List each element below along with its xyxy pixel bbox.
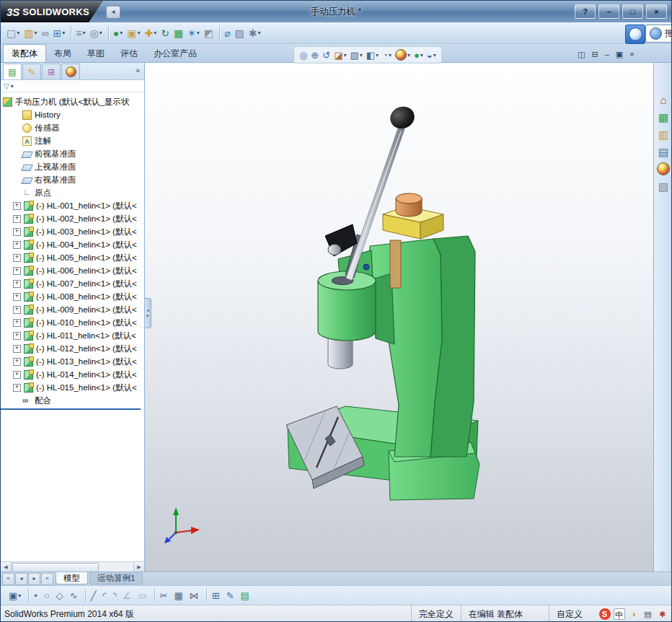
dropdown-caret[interactable]: ▾ [18, 592, 21, 599]
dropdown-caret[interactable]: ▾ [407, 52, 410, 58]
filter-funnel-icon[interactable]: ▽ [4, 82, 9, 90]
dropdown-caret[interactable]: ▾ [100, 30, 102, 36]
tree-expander[interactable]: + [13, 358, 21, 366]
tree-row[interactable]: 原点 [1, 186, 144, 199]
print-preview-icon[interactable]: ◎▾ [88, 25, 103, 42]
solidworks-resources-button[interactable] [625, 25, 645, 44]
tree-row[interactable]: 配合 [1, 394, 144, 407]
tree-row[interactable]: +(-) HL-006_helin<1> (默认< [1, 264, 144, 277]
previous-view-icon[interactable]: ↺ [321, 50, 332, 61]
new-document-icon[interactable]: ▢▾ [5, 25, 21, 42]
polygon-icon[interactable]: ◇ [54, 587, 66, 603]
design-table-icon[interactable]: ▦ [172, 25, 185, 42]
zoom-to-fit-icon[interactable]: ◎ [298, 50, 309, 61]
assembly-model-view[interactable] [145, 63, 653, 571]
tree-row[interactable]: +(-) HL-014_helin<1> (默认< [1, 368, 144, 381]
dropdown-caret[interactable]: ▾ [82, 30, 85, 36]
section-properties-icon[interactable]: ▨ [234, 25, 246, 42]
grid-system-icon[interactable]: ⊞ [210, 587, 222, 603]
custom-properties-icon[interactable]: ▧ [655, 178, 671, 194]
tree-row[interactable]: 上视基准面 [1, 160, 144, 173]
tree-expander[interactable]: + [13, 384, 21, 392]
zoom-to-area-icon[interactable]: ⊕ [309, 50, 320, 61]
dropdown-caret[interactable]: ▾ [433, 52, 436, 58]
scroll-track[interactable] [12, 562, 133, 571]
tile-view-icon[interactable]: ⊟ [591, 47, 598, 60]
scroll-left-arrow[interactable]: ◀ [1, 562, 12, 571]
rebuild-icon[interactable]: ↻ [159, 25, 171, 42]
tree-row[interactable]: 注解 [1, 134, 144, 147]
dropdown-caret[interactable]: ▾ [343, 52, 346, 58]
table-icon[interactable]: ▤ [239, 587, 252, 603]
help-button[interactable]: ? [575, 4, 596, 19]
trim-entities-icon[interactable]: ✂ [158, 587, 170, 603]
tree-expander[interactable]: + [13, 202, 21, 210]
tree-row[interactable]: +(-) HL-013_helin<1> (默认< [1, 355, 144, 368]
tab-assembly[interactable]: 装配体 [3, 44, 46, 62]
previous-tab-button[interactable]: ◂ [15, 573, 27, 585]
tree-expander[interactable]: + [13, 228, 21, 236]
interference-detection-icon[interactable]: ◩ [203, 25, 215, 42]
tab-motion-study-1[interactable]: 运动算例1 [89, 572, 143, 584]
dropdown-caret[interactable]: ▾ [120, 30, 123, 36]
next-tab-button[interactable]: ▸ [28, 573, 40, 585]
scroll-right-arrow[interactable]: ▶ [133, 562, 144, 571]
instant2d-icon[interactable]: ✎ [224, 587, 236, 603]
dropdown-caret[interactable]: ▾ [360, 52, 363, 58]
tree-expander[interactable]: + [13, 241, 21, 249]
adjust-knob[interactable] [396, 193, 422, 216]
ime-sogou-icon[interactable]: S [598, 608, 611, 621]
ime-keyboard-icon[interactable]: ▤ [642, 608, 654, 621]
tree-expander[interactable]: + [13, 345, 21, 353]
dropdown-caret[interactable]: ▾ [17, 30, 19, 36]
insert-components-icon[interactable]: ▣▾ [125, 25, 141, 42]
tree-row[interactable]: 前视基准面 [1, 147, 144, 160]
doc-close-icon[interactable]: × [629, 47, 634, 60]
tree-row[interactable]: 右视基准面 [1, 173, 144, 186]
dropdown-caret[interactable]: ▾ [258, 30, 261, 36]
tree-row[interactable]: +(-) HL-012_helin<1> (默认< [1, 342, 144, 355]
tree-expander[interactable]: + [13, 267, 21, 275]
appearances-tab[interactable] [61, 63, 80, 79]
exploded-view-icon[interactable]: ✶▾ [186, 25, 201, 42]
tangent-arc-icon[interactable]: ◝ [111, 587, 119, 603]
tree-row[interactable]: +(-) HL-011_helin<1> (默认< [1, 329, 144, 342]
tab-layout[interactable]: 布局 [46, 45, 79, 62]
ime-language-icon[interactable]: 中 [613, 608, 625, 621]
solidworks-resources-icon[interactable]: ▦ [655, 109, 671, 125]
angle-snap-icon[interactable]: ∠ [121, 587, 134, 603]
tree-expander[interactable]: + [13, 215, 21, 223]
dropdown-caret[interactable]: ▾ [389, 52, 392, 58]
view-orientation-icon[interactable]: ▧▾ [348, 50, 363, 61]
file-explorer-icon[interactable]: ▤ [655, 144, 671, 159]
line-icon[interactable]: ╱ [89, 587, 99, 603]
tab-office-products[interactable]: 办公室产品 [146, 45, 205, 62]
tree-row[interactable]: +(-) HL-015_helin<1> (默认< [1, 381, 144, 394]
tree-row[interactable]: +(-) HL-001_helin<1> (默认< [1, 199, 144, 212]
tree-expander[interactable]: + [13, 319, 21, 327]
tree-row[interactable]: +(-) HL-010_helin<1> (默认< [1, 316, 144, 329]
doc-restore-icon[interactable]: ▣ [616, 47, 623, 60]
save-icon[interactable]: ▣▾ [6, 587, 23, 603]
ime-settings-icon[interactable]: ✱ [656, 608, 668, 621]
appearances-scenes-icon[interactable] [655, 161, 671, 177]
design-library-icon[interactable]: ▥ [655, 126, 671, 142]
first-tab-button[interactable]: « [2, 573, 14, 585]
graphics-viewport[interactable] [145, 63, 653, 571]
tree-row[interactable]: +(-) HL-005_helin<1> (默认< [1, 251, 144, 264]
tree-row[interactable]: 手动压力机 (默认<默认_显示状 [1, 95, 144, 108]
component-pattern-icon[interactable]: ⊞▾ [51, 25, 66, 42]
featuremanager-tab[interactable]: ▤ [3, 63, 22, 79]
dropdown-caret[interactable]: ▾ [34, 30, 37, 36]
tree-row[interactable]: +(-) HL-009_helin<1> (默认< [1, 303, 144, 316]
tree-expander[interactable]: + [13, 293, 21, 301]
view-settings-icon[interactable]: ◒▾ [425, 50, 438, 61]
configurationmanager-tab[interactable]: ⊞ [42, 63, 61, 79]
lead-screw[interactable] [390, 240, 401, 288]
tree-expander[interactable]: + [13, 280, 21, 288]
smart-fasteners-icon[interactable]: ✚▾ [143, 25, 158, 42]
tree-row[interactable]: +(-) HL-004_helin<1> (默认< [1, 238, 144, 251]
tree-expander[interactable]: + [13, 332, 21, 340]
display-style-icon[interactable]: ◧▾ [365, 50, 380, 61]
propertymanager-tab[interactable]: ✎ [22, 63, 41, 79]
